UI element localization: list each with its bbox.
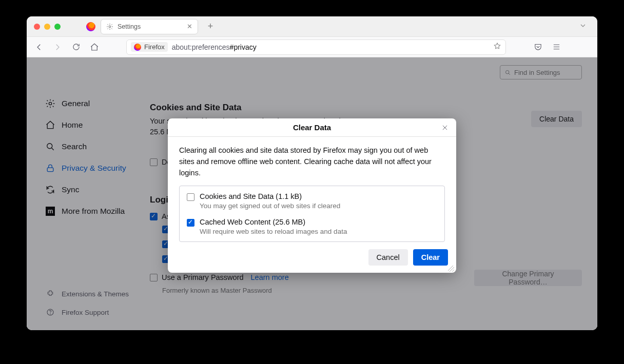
- window-minimize-button[interactable]: [44, 24, 50, 30]
- option-cache[interactable]: Cached Web Content (25.6 MB) Will requir…: [187, 218, 437, 235]
- svg-point-0: [109, 26, 111, 28]
- dialog-body: Clearing all cookies and site data store…: [168, 137, 456, 249]
- option-label: Cached Web Content (25.6 MB): [200, 218, 347, 226]
- titlebar: Settings ✕ +: [27, 16, 597, 37]
- home-button[interactable]: [87, 40, 102, 54]
- back-button[interactable]: [32, 40, 46, 54]
- option-sublabel: Will require web sites to reload images …: [200, 228, 347, 235]
- dialog-options: Cookies and Site Data (1.1 kB) You may g…: [179, 186, 445, 242]
- window-maximize-button[interactable]: [54, 24, 61, 30]
- toolbar: Firefox about:preferences#privacy: [27, 37, 597, 57]
- browser-window: Settings ✕ + Firefox about:preferences#p…: [27, 16, 597, 330]
- tab-close-icon[interactable]: ✕: [187, 23, 192, 30]
- window-close-button[interactable]: [34, 24, 40, 30]
- checkbox[interactable]: [187, 219, 194, 227]
- bookmark-star-icon[interactable]: [493, 42, 501, 52]
- app-menu-button[interactable]: [549, 40, 563, 54]
- tab-title: Settings: [118, 23, 141, 30]
- dialog-actions: Cancel Clear: [168, 249, 456, 273]
- reload-button[interactable]: [69, 40, 83, 54]
- clear-button[interactable]: Clear: [413, 249, 448, 266]
- cancel-button[interactable]: Cancel: [368, 249, 408, 266]
- dialog-header: Clear Data: [168, 118, 456, 137]
- option-cookies[interactable]: Cookies and Site Data (1.1 kB) You may g…: [187, 192, 437, 210]
- window-controls: [34, 24, 61, 30]
- identity-label: Firefox: [144, 43, 165, 51]
- firefox-icon: [86, 22, 95, 31]
- urlbar[interactable]: Firefox about:preferences#privacy: [126, 39, 506, 55]
- gear-icon: [106, 23, 113, 30]
- tab-settings[interactable]: Settings ✕: [101, 19, 198, 34]
- resize-grip[interactable]: [448, 266, 454, 272]
- clear-data-dialog: Clear Data Clearing all cookies and site…: [168, 118, 456, 273]
- checkbox[interactable]: [187, 193, 194, 201]
- chevron-down-icon: [579, 22, 587, 30]
- save-to-pocket-button[interactable]: [531, 40, 545, 54]
- dialog-close-button[interactable]: [439, 122, 451, 134]
- option-label: Cookies and Site Data (1.1 kB): [200, 192, 340, 200]
- firefox-icon: [134, 44, 141, 51]
- dialog-title: Clear Data: [293, 123, 331, 132]
- option-sublabel: You may get signed out of web sites if c…: [200, 202, 340, 210]
- url-text: about:preferences#privacy: [172, 43, 257, 51]
- forward-button[interactable]: [50, 40, 65, 54]
- identity-box[interactable]: Firefox: [131, 42, 168, 52]
- dialog-description: Clearing all cookies and site data store…: [179, 145, 445, 178]
- tabs-list-button[interactable]: [576, 22, 590, 31]
- new-tab-button[interactable]: +: [203, 19, 218, 34]
- close-icon: [441, 124, 449, 131]
